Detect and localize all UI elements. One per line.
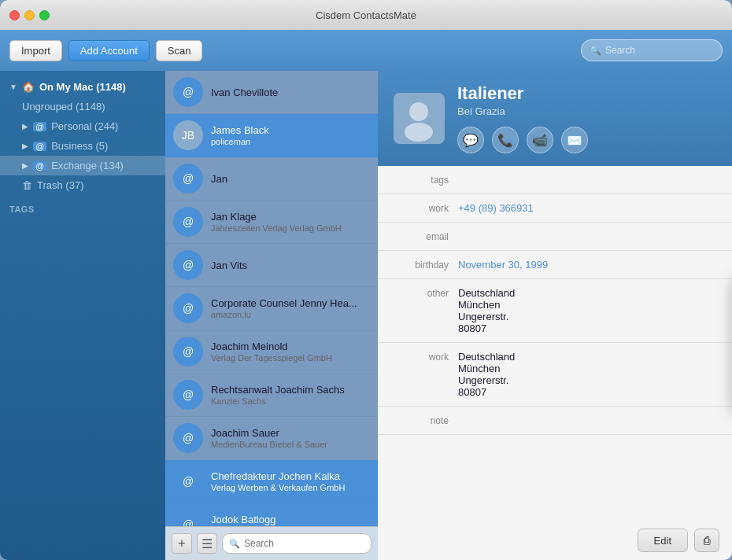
list-item[interactable]: @ Joachim Meinold Verlag Der Tagesspiege…	[165, 330, 378, 374]
avatar	[394, 93, 445, 144]
list-view-button[interactable]: ☰	[197, 533, 217, 554]
contact-subtitle: amazon.lu	[211, 310, 370, 319]
traffic-lights	[9, 10, 50, 20]
contact-subtitle: Jahreszeiten Verlag Verlag GmbH	[211, 223, 370, 233]
chevron-down-icon: ▼	[9, 83, 17, 91]
video-button[interactable]: 📹	[527, 127, 553, 153]
svg-point-1	[409, 102, 428, 121]
search-icon: 🔍	[229, 539, 240, 549]
add-contact-button[interactable]: +	[172, 533, 192, 554]
sidebar-item-personal[interactable]: ▶ @ Personal (244)	[0, 116, 165, 136]
close-button[interactable]	[9, 10, 20, 20]
at-icon: @	[33, 142, 46, 151]
list-item[interactable]: @ Ivan Chevillote	[165, 71, 378, 114]
detail-row-tags: tags	[378, 166, 732, 194]
list-item[interactable]: @ Joachim Sauer MedienBureau Biebel & Sa…	[165, 417, 378, 460]
contact-info: Corporate Counsel Jenny Hea... amazon.lu	[211, 297, 370, 319]
avatar: @	[173, 207, 203, 237]
avatar: @	[173, 293, 203, 323]
detail-row-email: email	[378, 223, 732, 251]
list-item[interactable]: @ Corporate Counsel Jenny Hea... amazon.…	[165, 287, 378, 330]
avatar: @	[173, 380, 203, 410]
detail-row-birthday: birthday November 30, 1999	[378, 251, 732, 279]
contact-subtitle: MedienBureau Biebel & Sauer	[211, 440, 370, 449]
list-item[interactable]: @ Jan	[165, 157, 378, 201]
plus-icon: +	[178, 536, 185, 551]
share-button[interactable]: ⎙	[694, 529, 719, 552]
contact-info: Jan Klage Jahreszeiten Verlag Verlag Gmb…	[211, 211, 370, 233]
contact-name: James Black	[211, 124, 370, 136]
avatar: @	[173, 164, 203, 193]
svg-point-2	[405, 123, 433, 142]
email-icon: ✉️	[567, 133, 582, 148]
main-area: ▼ 🏠 On My Mac (1148) Ungrouped (1148) ▶ …	[0, 71, 732, 560]
contact-info: Rechtsanwalt Joachim Sachs Kanzlei Sachs	[211, 384, 370, 406]
sidebar-item-business[interactable]: ▶ @ Business (5)	[0, 136, 165, 156]
add-account-button[interactable]: Add Account	[68, 40, 150, 61]
search-input[interactable]	[605, 45, 714, 56]
field-value: November 30, 1999	[458, 259, 716, 271]
field-value: +49 (89) 366931	[458, 202, 716, 214]
contact-list-wrapper: @ Ivan Chevillote JB James Black policem…	[165, 71, 378, 560]
contact-name: Rechtsanwalt Joachim Sachs	[211, 384, 370, 396]
list-item[interactable]: @ Jan Vits	[165, 244, 378, 287]
maximize-button[interactable]	[39, 10, 50, 20]
list-item[interactable]: @ Chefredakteur Jochen Kalka Verlag Werb…	[165, 460, 378, 503]
avatar: @	[173, 423, 203, 453]
avatar: @	[173, 466, 203, 496]
contact-subtitle: policeman	[211, 137, 370, 146]
avatar: @	[173, 250, 203, 280]
contact-list-footer: + ☰ 🔍	[165, 526, 378, 560]
contact-name: Joachim Meinold	[211, 341, 370, 352]
sidebar-item-label: On My Mac (1148)	[39, 81, 126, 93]
footer-search-input[interactable]	[244, 538, 364, 549]
contact-subtitle: Verlag Der Tagesspiegel GmbH	[211, 353, 370, 363]
edit-button[interactable]: Edit	[638, 529, 688, 552]
sidebar-item-label: Exchange (134)	[51, 160, 124, 171]
window-title: Cisdem ContactsMate	[316, 9, 416, 21]
list-item[interactable]: JB James Black policeman	[165, 114, 378, 157]
contact-subtitle: Verlag Werben & Verkaufen GmbH	[211, 483, 370, 492]
detail-subtitle: Bei Grazia	[457, 105, 588, 117]
phone-icon: 📞	[497, 133, 513, 148]
detail-row-note: note	[378, 407, 732, 435]
sidebar-item-ungrouped[interactable]: Ungrouped (1148)	[0, 97, 165, 116]
detail-footer: Edit ⎙	[625, 521, 732, 560]
search-bar: 🔍	[581, 39, 723, 61]
sidebar-item-label: Trash (37)	[37, 179, 83, 191]
chevron-right-icon: ▶	[22, 161, 28, 170]
avatar: JB	[173, 120, 203, 150]
scan-button[interactable]: Scan	[156, 40, 203, 61]
list-item[interactable]: @ Jan Klage Jahreszeiten Verlag Verlag G…	[165, 201, 378, 244]
sidebar-item-on-my-mac[interactable]: ▼ 🏠 On My Mac (1148)	[0, 77, 165, 97]
sidebar-item-label: Business (5)	[51, 140, 108, 152]
minimize-button[interactable]	[24, 10, 35, 20]
at-icon: @	[33, 122, 46, 131]
call-button[interactable]: 📞	[492, 127, 519, 153]
detail-header: Italiener Bei Grazia 💬 📞 📹 ✉️	[378, 71, 732, 166]
detail-body: tags work +49 (89) 366931 email birthday…	[378, 166, 732, 435]
contact-name: Jodok Batlogg	[211, 514, 370, 525]
sidebar: ▼ 🏠 On My Mac (1148) Ungrouped (1148) ▶ …	[0, 71, 165, 560]
field-label: tags	[394, 174, 449, 186]
field-label: note	[394, 414, 449, 426]
list-item[interactable]: @ Rechtsanwalt Joachim Sachs Kanzlei Sac…	[165, 374, 378, 417]
contact-info: Joachim Sauer MedienBureau Biebel & Saue…	[211, 427, 370, 449]
video-icon: 📹	[532, 133, 548, 148]
contact-info: Joachim Meinold Verlag Der Tagesspiegel …	[211, 341, 370, 363]
contact-name: Jan	[211, 173, 370, 185]
contact-info: Ivan Chevillote	[211, 87, 370, 98]
message-button[interactable]: 💬	[457, 127, 484, 153]
sidebar-item-exchange[interactable]: ▶ @ Exchange (134)	[0, 156, 165, 175]
message-icon: 💬	[463, 133, 479, 148]
list-item[interactable]: @ Jodok Batlogg CRATE Technology GmbH	[165, 503, 378, 526]
detail-actions: 💬 📞 📹 ✉️	[457, 127, 588, 153]
footer-search-bar: 🔍	[222, 533, 372, 554]
search-icon: 🔍	[590, 45, 601, 56]
import-button[interactable]: Import	[9, 40, 62, 61]
contact-info: Chefredakteur Jochen Kalka Verlag Werben…	[211, 470, 370, 492]
trash-icon: 🗑	[22, 179, 32, 191]
contact-info: Jan Vits	[211, 260, 370, 271]
sidebar-item-trash[interactable]: 🗑 Trash (37)	[0, 175, 165, 195]
email-button[interactable]: ✉️	[561, 127, 588, 153]
